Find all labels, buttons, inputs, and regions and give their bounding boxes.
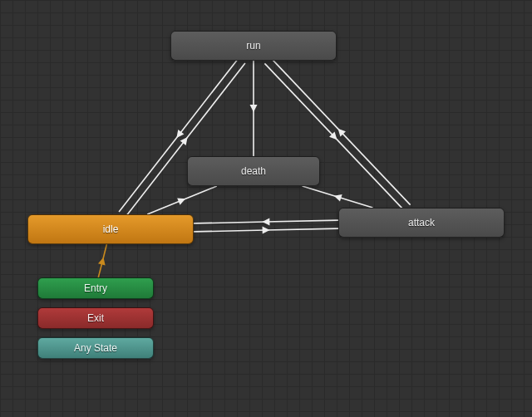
node-label: attack [408,217,435,228]
node-label: run [246,40,260,52]
node-label: Any State [74,342,117,354]
entry-node[interactable]: Entry [37,277,154,299]
exit-node[interactable]: Exit [37,307,154,329]
any-state-node[interactable]: Any State [37,337,154,359]
node-label: idle [103,223,119,235]
node-label: Exit [87,312,104,324]
node-label: Entry [84,282,107,294]
state-node-idle[interactable]: idle [27,214,194,244]
state-node-run[interactable]: run [170,31,337,61]
state-node-attack[interactable]: attack [338,208,505,238]
state-node-death[interactable]: death [187,156,320,186]
animator-canvas[interactable]: run death idle attack Entry Exit Any Sta… [0,0,532,417]
node-label: death [241,165,266,177]
